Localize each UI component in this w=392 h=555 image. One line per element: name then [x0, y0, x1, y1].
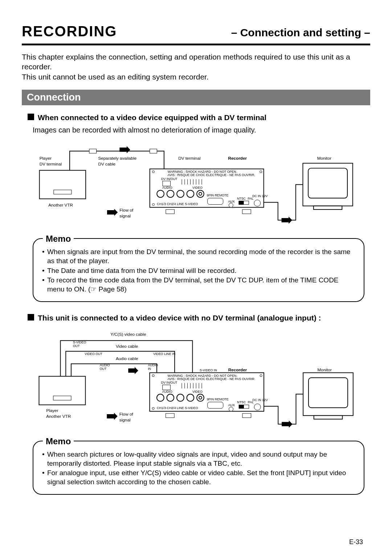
fig2-player-slot [53, 396, 71, 400]
fig2-panel-dcin: DC IN 12V [253, 398, 268, 402]
fig2-another-vtr: Another VTR [46, 414, 71, 419]
fig1-dv-terminal-label: DV terminal [178, 156, 200, 160]
svg-point-48 [187, 394, 194, 401]
fig1-flow-legend-top: Flow of [119, 208, 134, 212]
fig1-monitor [303, 163, 352, 209]
fig1-player-box [40, 171, 86, 199]
svg-point-46 [167, 394, 174, 401]
page-header: RECORDING – Connection and setting – [22, 22, 370, 45]
figure-analogue-connection: Player Another VTR Y/C(S) video cable S-… [36, 326, 370, 433]
fig2-video-out-label: VIDEO OUT [85, 352, 102, 356]
fig2-flow-legend-bottom: signal [119, 417, 131, 423]
fig2-panel-remote: 9PIN REMOTE [207, 397, 229, 401]
svg-point-47 [177, 394, 184, 401]
fig2-panel-avis: AVIS : RISQUE DE CHOC ELECTRIQUE - NE PA… [168, 377, 256, 381]
svg-point-45 [157, 394, 164, 401]
fig2-player-label: Player [46, 408, 58, 413]
fig1-panel-remote: 9PIN REMOTE [207, 193, 229, 197]
svg-point-15 [177, 190, 184, 197]
svg-point-16 [187, 190, 194, 197]
fig1-panel-audio: AUDIO [162, 186, 172, 190]
fig2-recorder-label: Recorder [228, 367, 247, 372]
fig1-panel-dcin: DC IN 12V [252, 194, 268, 198]
memo-1-item: To record the time code data from the DV… [42, 276, 356, 294]
fig1-recorder-panel: WARNING : SHOCK HAZARD - DO NOT OPEN. AV… [150, 169, 268, 214]
fig1-out-flow-arrow-icon [282, 217, 292, 224]
subheading-1: When connected to a video device equippe… [28, 113, 364, 122]
fig1-panel-rowlabels: CH1/3 CH2/4 LINE S-VIDEO [157, 203, 198, 206]
fig2-monitor-label: Monitor [318, 367, 332, 372]
fig1-conn-right-plug [150, 149, 157, 154]
svg-point-20 [229, 203, 233, 208]
memo-1-title: Memo [43, 233, 74, 244]
fig2-player-box [39, 376, 86, 405]
fig2-panel-video: VIDEO [192, 390, 203, 393]
page-title-sub: – Connection and setting – [231, 25, 370, 40]
fig1-out-cable [264, 185, 303, 220]
bullet-square-icon [28, 114, 34, 120]
svg-rect-61 [314, 416, 343, 419]
fig2-flow-legend-top: Flow of [119, 412, 134, 417]
bullet-square-icon [28, 314, 34, 321]
svg-rect-28 [308, 168, 347, 198]
fig1-panel-avis: AVIS : RISQUE DE CHOC ELECTRIQUE - NE PA… [168, 173, 255, 177]
svg-rect-60 [309, 378, 348, 408]
fig1-monitor-label: Monitor [317, 156, 331, 160]
fig2-panel-ntsc: NTSC [237, 400, 246, 404]
fig2-panel-dv: DV IN/OUT [161, 381, 177, 384]
svg-rect-36 [163, 385, 171, 390]
memo-1-item: When signals are input from the DV termi… [42, 248, 356, 265]
svg-point-14 [167, 190, 174, 197]
fig2-audio-cable-label: Audio cable [116, 356, 138, 361]
fig1-panel-ntsc: NTSC [237, 197, 246, 200]
svg-rect-51 [208, 402, 223, 408]
svg-point-18 [199, 192, 202, 195]
svg-point-26 [152, 204, 155, 206]
section-bar-connection: Connection [22, 90, 370, 105]
page-title-main: RECORDING [22, 22, 117, 41]
memo-box-2: Memo When search pictures or low-quality… [33, 441, 364, 495]
fig2-out-cable [264, 394, 303, 424]
subheading-2: This unit is connected to a video device… [28, 313, 364, 323]
svg-rect-4 [163, 181, 171, 186]
fig1-conn-left-plug [89, 149, 97, 154]
fig2-panel-rowlabels: CH1/3 CH2/4 LINE S-VIDEO [157, 406, 198, 410]
fig2-flow-arrow-icon [128, 367, 138, 374]
fig2-s-video-in-label: S-VIDEO IN [200, 368, 217, 372]
intro-block: This chapter explains the connection, se… [22, 52, 370, 82]
fig2-out-flow-arrow-icon [282, 421, 293, 428]
memo-2-title: Memo [43, 436, 74, 447]
memo-2-item: When search pictures or low-quality vide… [42, 450, 356, 468]
intro-line-2: This unit cannot be used as an editing s… [22, 72, 370, 82]
svg-point-55 [254, 404, 261, 410]
fig1-player-label: Player [40, 156, 52, 160]
svg-point-24 [152, 171, 155, 173]
fig2-audio-cable-line [71, 364, 157, 376]
fig2-video-line-in-label: VIDEO LINE IN [153, 352, 175, 356]
fig1-flow-legend-bottom: signal [119, 213, 131, 218]
subheading-2-text: This unit is connected to a video device… [38, 313, 321, 323]
svg-point-52 [229, 407, 233, 411]
svg-rect-3 [242, 209, 251, 214]
fig2-recorder-panel: WARNING : SHOCK HAZARD - DO NOT OPEN. AV… [150, 373, 268, 418]
fig2-yc-cable-label: Y/C(S) video cable [110, 332, 146, 337]
svg-text:OUT: OUT [100, 367, 107, 371]
svg-rect-29 [314, 206, 342, 210]
svg-point-23 [254, 200, 261, 207]
fig1-another-vtr: Another VTR [48, 203, 73, 208]
fig1-dv-cable-top: Separately available [98, 156, 136, 160]
svg-rect-34 [166, 413, 175, 418]
intro-line-1: This chapter explains the connection, se… [22, 52, 370, 72]
svg-point-56 [152, 375, 154, 377]
fig2-flow-legend-arrow-icon [107, 413, 118, 420]
fig1-panel-video: VIDEO [192, 186, 203, 190]
svg-rect-54 [239, 405, 244, 408]
subheading-1-text: When connected to a video device equippe… [38, 113, 266, 122]
fig1-player-slot [54, 190, 72, 194]
fig2-video-cable-label: Video cable [116, 344, 138, 349]
subheading-1-body: Images can be recorded with almost no de… [33, 125, 364, 135]
fig1-flow-legend-arrow-icon [107, 209, 118, 216]
fig1-player-terminal: DV terminal [40, 162, 62, 166]
fig1-flow-arrow-icon [119, 146, 130, 154]
svg-rect-22 [239, 201, 244, 205]
